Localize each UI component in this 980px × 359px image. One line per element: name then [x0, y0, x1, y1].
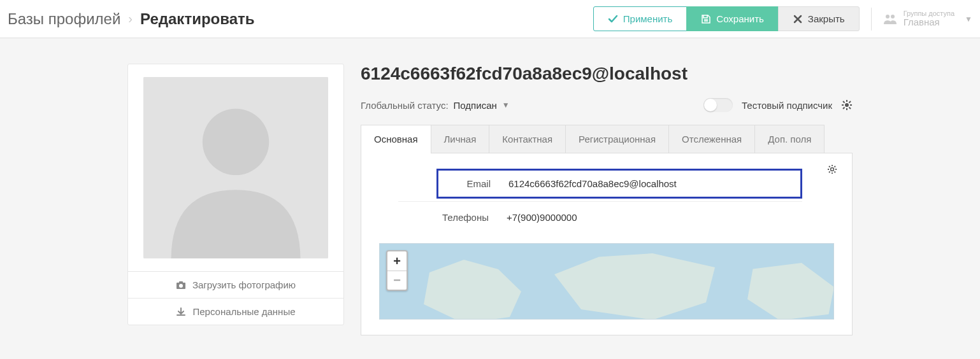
tab-main[interactable]: Основная: [361, 125, 431, 153]
email-label: Email: [438, 178, 508, 189]
right-column: 6124c6663f62fcd70a8a8ec9@localhost Глоба…: [361, 64, 853, 335]
breadcrumb: Базы профилей › Редактировать: [8, 10, 255, 28]
map-zoom-controls: + −: [386, 250, 408, 291]
status-row: Глобальный статус: Подписан ▼ Тестовый п…: [361, 98, 853, 112]
caret-down-icon: ▼: [502, 101, 510, 109]
tab-extra[interactable]: Доп. поля: [754, 125, 825, 153]
tab-personal[interactable]: Личная: [431, 125, 490, 153]
access-text: Группы доступа Главная: [904, 10, 955, 28]
svg-line-12: [843, 101, 845, 103]
access-value: Главная: [904, 17, 955, 28]
tab-tracked[interactable]: Отслеженная: [668, 125, 755, 153]
header-actions: Применить Сохранить Закрыть Группы досту…: [593, 6, 972, 31]
breadcrumb-root[interactable]: Базы профилей: [8, 10, 120, 28]
gear-icon[interactable]: [826, 164, 838, 175]
svg-point-16: [831, 168, 834, 171]
caret-down-icon: ▼: [965, 15, 972, 24]
svg-point-7: [845, 103, 849, 107]
photo-wrap: [128, 64, 343, 271]
phone-value[interactable]: +7(900)9000000: [507, 212, 834, 223]
chevron-right-icon: ›: [128, 11, 133, 26]
profile-title: 6124c6663f62fcd70a8a8ec9@localhost: [361, 64, 853, 84]
svg-line-13: [849, 108, 851, 109]
divider: [871, 8, 872, 31]
tab-registration[interactable]: Регистрационная: [565, 125, 669, 153]
zoom-out-button[interactable]: −: [387, 271, 407, 290]
close-icon: [793, 14, 803, 24]
svg-point-6: [179, 284, 183, 288]
svg-line-14: [843, 108, 845, 109]
save-button[interactable]: Сохранить: [686, 6, 779, 31]
divider: [398, 201, 802, 202]
header: Базы профилей › Редактировать Применить …: [0, 0, 980, 38]
tab-body: Email 6124c6663f62fcd70a8a8ec9@localhost…: [361, 153, 853, 335]
zoom-in-button[interactable]: +: [387, 251, 407, 271]
access-group-selector[interactable]: Группы доступа Главная ▼: [883, 10, 972, 28]
phone-row: Телефоны +7(900)9000000: [379, 206, 834, 229]
users-icon: [883, 13, 897, 25]
settings-icon[interactable]: [841, 99, 853, 111]
svg-rect-5: [179, 281, 183, 283]
upload-label: Загрузить фотографию: [192, 279, 296, 290]
save-label: Сохранить: [716, 13, 764, 24]
breadcrumb-current: Редактировать: [140, 10, 254, 28]
toggle-knob: [704, 99, 717, 111]
download-icon: [176, 307, 186, 317]
close-button[interactable]: Закрыть: [778, 6, 860, 31]
svg-line-15: [849, 101, 851, 103]
map[interactable]: + −: [379, 243, 834, 320]
tab-contact[interactable]: Контактная: [489, 125, 566, 153]
map-land: [418, 260, 533, 320]
personal-label: Персональные данные: [192, 306, 295, 317]
personal-data-button[interactable]: Персональные данные: [128, 298, 343, 325]
camera-icon: [176, 280, 186, 290]
upload-photo-button[interactable]: Загрузить фотографию: [128, 271, 343, 298]
svg-point-1: [891, 15, 895, 18]
apply-label: Применить: [623, 13, 673, 24]
test-subscriber-toggle[interactable]: [703, 98, 733, 112]
map-land: [737, 263, 834, 320]
test-label: Тестовый подписчик: [742, 100, 832, 111]
status-right: Тестовый подписчик: [703, 98, 853, 112]
status-value: Подписан: [454, 100, 497, 111]
svg-point-3: [203, 109, 269, 175]
tabs: Основная Личная Контактная Регистрационн…: [361, 125, 853, 153]
status-label: Глобальный статус:: [361, 100, 449, 111]
svg-point-0: [886, 15, 890, 18]
content: Загрузить фотографию Персональные данные…: [0, 38, 980, 335]
phone-label: Телефоны: [420, 212, 507, 223]
check-icon: [608, 14, 618, 24]
email-field-highlight: Email 6124c6663f62fcd70a8a8ec9@localhost: [436, 169, 802, 199]
left-column: Загрузить фотографию Персональные данные: [127, 64, 344, 335]
email-value[interactable]: 6124c6663f62fcd70a8a8ec9@localhost: [508, 178, 800, 189]
global-status-selector[interactable]: Глобальный статус: Подписан ▼: [361, 100, 510, 111]
save-icon: [701, 14, 711, 24]
apply-button[interactable]: Применить: [593, 6, 688, 31]
photo-card: Загрузить фотографию Персональные данные: [127, 64, 344, 325]
avatar-placeholder: [143, 77, 328, 258]
map-land: [545, 253, 724, 320]
email-row: Email 6124c6663f62fcd70a8a8ec9@localhost: [438, 176, 800, 192]
close-label: Закрыть: [808, 13, 845, 24]
